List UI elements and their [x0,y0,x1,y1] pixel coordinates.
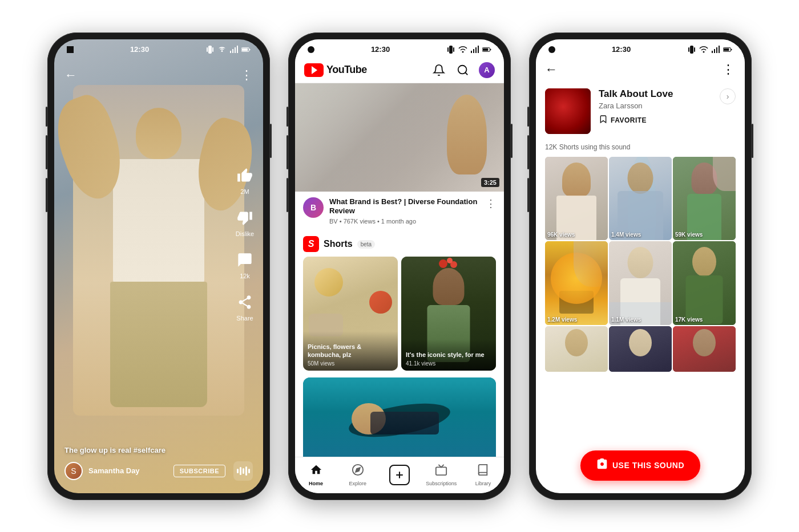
back-button[interactable]: ← [64,68,77,83]
battery-icon [241,45,251,54]
svg-point-13 [462,51,464,52]
short-label-1: Picnics, flowers & kombucha, plz 50M vie… [303,331,398,371]
signal-icon [711,45,720,54]
shorts-user-row: S Samantha Day SUBSCRIBE [64,461,253,481]
shorts-logo: S [303,236,319,252]
status-time: 12:30 [130,45,149,54]
comments-control[interactable]: 12k [235,250,255,279]
chevron-right-button[interactable]: › [720,88,736,104]
more-button[interactable]: ⋮ [722,62,736,77]
nav-library-label: Library [475,481,491,486]
svg-rect-34 [719,46,720,53]
svg-rect-10 [447,47,449,52]
sound-count: 12K Shorts using this sound [536,141,745,157]
svg-rect-11 [453,47,454,52]
short-thumb-1: Picnics, flowers & kombucha, plz 50M vie… [303,257,398,371]
user-avatar: S [64,462,83,480]
video-info: B What Brand is Best? | Diverse Foundati… [295,192,504,231]
grid-views-5: 1.1M views [611,316,641,323]
sound-artist: Zara Larsson [599,101,712,110]
favorite-button[interactable]: FAVORITE [599,115,712,126]
grid-item-6[interactable]: 17K views [673,241,736,325]
nav-home[interactable]: Home [295,464,337,486]
more-button[interactable]: ⋮ [240,68,253,83]
svg-rect-0 [207,47,208,52]
grid-item-9[interactable] [673,326,736,372]
phone-shorts-player: 12:30 ← ⋮ 2M [47,33,270,500]
svg-rect-33 [716,47,717,53]
like-control[interactable]: 2M [235,165,255,195]
grid-item-2[interactable]: 1.4M views [609,157,672,241]
short-card-1[interactable]: Picnics, flowers & kombucha, plz 50M vie… [303,257,398,371]
grid-item-3[interactable]: 59K views [673,157,736,241]
nav-explore[interactable]: Explore [337,464,378,486]
svg-rect-37 [731,48,732,50]
nav-library[interactable]: Library [462,464,504,486]
svg-point-21 [458,65,467,74]
caption-hashtag: #selfcare [134,446,166,454]
svg-rect-36 [724,48,729,51]
subscribe-button[interactable]: SUBSCRIBE [173,465,225,477]
svg-rect-8 [242,48,248,51]
svg-rect-27 [688,47,689,52]
featured-video-thumbnail: 3:25 [295,83,504,192]
battery-icon [482,45,491,54]
swimming-video-thumbnail [303,377,496,463]
status-icons [205,45,251,54]
nav-home-label: Home [309,481,323,486]
shorts-background [54,39,263,493]
search-button[interactable] [455,62,471,78]
svg-rect-32 [714,49,715,53]
svg-rect-2 [208,46,212,54]
grid-item-8[interactable] [609,326,672,372]
video-grid: 96K views 1.4M views 59K views [536,157,745,372]
shorts-top-controls: ← ⋮ [54,68,263,83]
grid-item-4[interactable]: 1.2M views [545,241,608,325]
nav-subscriptions[interactable]: Subscriptions [421,464,462,486]
comments-icon [235,250,255,270]
shorts-username: Samantha Day [88,466,168,475]
grid-item-7[interactable] [545,326,608,372]
nav-explore-label: Explore [349,481,367,486]
wifi-icon [217,45,227,54]
caption-text: The glow up is real [64,446,134,454]
yt-logo-icon [304,63,324,77]
grid-item-5[interactable]: 1.1M views [609,241,672,325]
share-control[interactable]: Share [235,292,255,322]
signal-icon [229,45,239,54]
svg-rect-31 [712,51,713,53]
shorts-section: S Shorts beta Picnics [295,230,504,373]
nav-add[interactable] [378,465,420,485]
svg-rect-26 [436,467,446,475]
sound-thumbnail [545,88,591,134]
short-card-2[interactable]: It's the iconic style, for me 41.1k view… [401,257,496,371]
svg-point-30 [703,51,705,52]
dislike-control[interactable]: Dislike [235,208,255,237]
user-avatar[interactable]: A [479,62,495,78]
back-button[interactable]: ← [545,62,558,77]
bookmark-icon [599,115,608,126]
sound-header: ← ⋮ [536,58,745,82]
svg-rect-5 [235,47,236,53]
grid-views-2: 1.4M views [611,232,641,238]
battery-icon [723,45,732,54]
vibrate-icon [205,45,215,54]
use-this-sound-button[interactable]: USE THIS SOUND [580,450,700,481]
home-icon [310,464,322,479]
yt-header: YouTube A [295,58,504,83]
yt-header-icons: A [431,62,495,78]
grid-views-1: 96K views [547,232,575,238]
music-button[interactable] [233,461,253,481]
comments-count: 12k [240,273,250,279]
grid-item-1[interactable]: 96K views [545,157,608,241]
explore-icon [352,464,364,479]
shorts-bottom: The glow up is real #selfcare S Samantha… [54,437,263,493]
notification-button[interactable] [431,62,447,78]
thumb-image [295,83,504,192]
yt-play-triangle [312,66,317,74]
grid-views-3: 59K views [675,232,703,238]
shorts-grid: Picnics, flowers & kombucha, plz 50M vie… [295,257,504,371]
svg-marker-23 [356,468,360,472]
status-time: 12:30 [612,45,631,54]
video-more-button[interactable]: ⋮ [486,197,496,225]
